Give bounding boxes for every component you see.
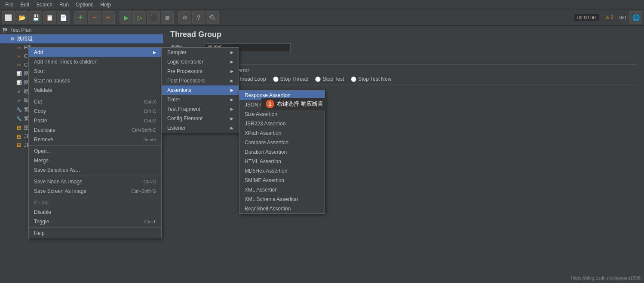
testplan-icon: 🏁 [2, 27, 9, 33]
submenu2-compare-assertion[interactable]: Compare Assertion [239, 138, 325, 147]
radio-stoptestnow[interactable]: Stop Test Now [351, 76, 391, 82]
menu-run[interactable]: Run [56, 1, 72, 9]
submenu1-logic-controller[interactable]: Logic Controller [162, 57, 239, 67]
ctx-sep4 [29, 197, 161, 197]
stop-now-button[interactable]: ⏹ [161, 11, 174, 24]
d-icon: ✔ [15, 88, 22, 95]
warning-count: ⚠ 0 [603, 14, 616, 21]
ctx-toggle[interactable]: Toggle Ctrl-T [29, 217, 161, 226]
plugins-button[interactable]: 🔌 [206, 11, 219, 24]
remote-button[interactable]: 🌐 [629, 11, 642, 24]
saveas-button[interactable]: 📋 [43, 11, 56, 24]
settings-button[interactable]: ⚙ [178, 11, 191, 24]
ctx-cut[interactable]: Cut Ctrl-X [29, 97, 161, 107]
submenu2-size-assertion[interactable]: Size Assertion [239, 110, 325, 119]
submenu1-assertions[interactable]: Assertions [162, 85, 239, 95]
divider1 [170, 64, 637, 65]
ctx-sep2 [29, 145, 161, 146]
submenu2-duration-assertion[interactable]: Duration Assertion [239, 147, 325, 157]
submenu2-smime-assertion[interactable]: SMIME Assertion [239, 176, 325, 185]
tree-threadgroup[interactable]: ⚙ 线程组 [0, 34, 163, 43]
tooltip-text: 右键选择 响应断言 [277, 100, 323, 108]
context-menu: Add Add Think Times to children Start St… [28, 47, 162, 238]
ctx-copy[interactable]: Copy Ctrl-C [29, 107, 161, 116]
page-title: Thread Group [170, 30, 637, 39]
ctx-enable: Enable [29, 198, 161, 207]
radio-stopthread[interactable]: Stop Thread [273, 76, 309, 82]
submenu1-pre-processors[interactable]: Pre Processors [162, 67, 239, 76]
cs2-icon: ✂ [15, 61, 22, 68]
jp2-icon: 🖼 [15, 142, 22, 149]
play-no-pause-button[interactable]: ▷ [133, 11, 146, 24]
f2-icon: 🔧 [15, 116, 22, 122]
sep1 [72, 12, 72, 23]
ctx-start[interactable]: Start [29, 67, 161, 76]
ctx-save-node-image[interactable]: Save Node As Image Ctrl-G [29, 177, 161, 186]
submenu2-html-assertion[interactable]: HTML Assertion [239, 157, 325, 166]
submenu2-beanshell-assertion[interactable]: BeanShell Assertion [239, 204, 325, 213]
menu-help[interactable]: Help [97, 1, 114, 9]
sep2 [117, 12, 117, 23]
scissors-button[interactable]: ✂ [102, 11, 115, 24]
ctx-help[interactable]: Help [29, 228, 161, 238]
tree-root-label: Test Plan [10, 27, 31, 33]
revert-button[interactable]: 📄 [57, 11, 70, 24]
new-button[interactable]: ⬜ [2, 11, 15, 24]
save-button[interactable]: 💾 [29, 11, 42, 24]
ctx-sep3 [29, 176, 161, 176]
w2-icon: 📊 [15, 79, 22, 86]
submenu1-listener[interactable]: Listener [162, 123, 239, 133]
add-button[interactable]: + [74, 11, 87, 24]
ctx-save-screen-image[interactable]: Save Screen As Image Ctrl+Shift-G [29, 186, 161, 196]
w1-icon: 📊 [15, 70, 22, 77]
cs1-icon: ✂ [15, 53, 22, 60]
threadgroup-icon: ⚙ [9, 36, 15, 43]
name-row: 名称: [170, 43, 637, 52]
sep3 [176, 12, 176, 23]
ctx-addthinktimes[interactable]: Add Think Times to children [29, 57, 161, 67]
toolbar: ⬜ 📂 💾 📋 📄 + − ✂ ▶ ▷ ⬛ ⏹ ⚙ ? 🔌 00:00:00 ⚠… [0, 9, 644, 26]
menu-file[interactable]: File [2, 1, 17, 9]
ctx-paste[interactable]: Paste Ctrl-V [29, 116, 161, 125]
stop-button[interactable]: ⬛ [147, 11, 160, 24]
open-button[interactable]: 📂 [15, 11, 28, 24]
r-icon: ✔ [15, 97, 22, 104]
menu-edit[interactable]: Edit [17, 1, 33, 9]
submenu2-xml-schema-assertion[interactable]: XML Schema Assertion [239, 195, 325, 204]
menu-options[interactable]: Options [72, 1, 97, 9]
ctx-validate[interactable]: Validate [29, 85, 161, 95]
submenu2-xpath-assertion[interactable]: XPath Assertion [239, 128, 325, 138]
ctx-sep1 [29, 96, 161, 96]
submenu1-post-processors[interactable]: Post Processors [162, 76, 239, 85]
remove-button[interactable]: − [88, 11, 101, 24]
ctx-open[interactable]: Open... [29, 146, 161, 156]
ctx-save-selection[interactable]: Save Selection As... [29, 165, 161, 175]
ctx-add[interactable]: Add [29, 48, 161, 57]
elapsed-time: 00:00:00 [574, 14, 599, 21]
ctx-remove[interactable]: Remove Delete [29, 135, 161, 144]
ctx-disable[interactable]: Disable [29, 207, 161, 217]
submenu1-test-fragment[interactable]: Test Fragment [162, 104, 239, 114]
ht-icon: ✂ [15, 44, 22, 51]
radio-stoptest[interactable]: Stop Test [315, 76, 344, 82]
menu-search[interactable]: Search [33, 1, 56, 9]
watermark: https://blog.csdn.net/xuyuan1998 [571, 275, 641, 280]
jp1-icon: 🖼 [15, 133, 22, 140]
ctx-merge[interactable]: Merge [29, 156, 161, 165]
play-button[interactable]: ▶ [120, 11, 132, 24]
tree-root[interactable]: 🏁 Test Plan [0, 26, 163, 34]
submenu1-sampler[interactable]: Sampler [162, 48, 239, 57]
sample-count: 0/0 [619, 15, 626, 20]
help-button[interactable]: ? [192, 11, 205, 24]
ctx-duplicate[interactable]: Duplicate Ctrl+Shift-C [29, 125, 161, 135]
menubar: File Edit Search Run Options Help [0, 0, 644, 9]
submenu1-timer[interactable]: Timer [162, 95, 239, 104]
ctx-start-no-pauses[interactable]: Start no pauses [29, 76, 161, 85]
tooltip-badge: 1 右键选择 响应断言 [261, 98, 328, 110]
submenu1-config-element[interactable]: Config Element [162, 114, 239, 123]
tree-threadgroup-label: 线程组 [17, 35, 33, 43]
submenu2-xml-assertion[interactable]: XML Assertion [239, 185, 325, 195]
submenu-add: Sampler Logic Controller Pre Processors … [162, 47, 239, 133]
submenu2-md5hex-assertion[interactable]: MD5Hex Assertion [239, 166, 325, 176]
submenu2-jsr223-assertion[interactable]: JSR223 Assertion [239, 119, 325, 128]
